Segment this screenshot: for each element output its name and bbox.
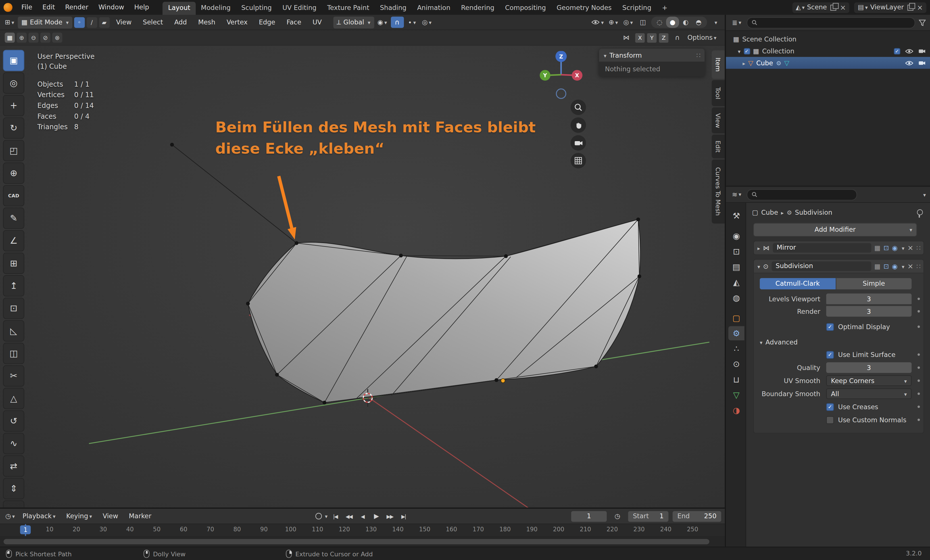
scene-selector[interactable]: ◭ Scene <box>792 2 850 13</box>
xray-toggle-button[interactable]: ◫ <box>636 17 649 28</box>
outliner-search-input[interactable] <box>747 17 915 28</box>
outliner-item-collection[interactable]: ▦ Collection <box>726 45 930 57</box>
properties-editor-type-button[interactable]: ≋ <box>730 189 743 200</box>
tool-inset-faces[interactable]: ⊡ <box>3 298 24 319</box>
select-subtract-icon[interactable]: ⊖ <box>28 33 38 43</box>
keying-set-dropdown[interactable] <box>323 512 328 520</box>
next-keyframe-button[interactable]: ▶▶ <box>384 511 396 521</box>
frame-end-field[interactable]: End250 <box>673 511 721 522</box>
tab-modeling[interactable]: Modeling <box>196 2 236 15</box>
timeline-ruler[interactable]: 1 10203040506070809010011012013014015016… <box>0 524 725 536</box>
tool-shear[interactable]: ▱ <box>3 500 24 508</box>
tool-annotate[interactable]: ✎ <box>3 208 24 229</box>
marker-menu[interactable]: Marker <box>124 511 156 522</box>
tool-add-cube[interactable]: ⊞ <box>3 252 24 274</box>
properties-tab-render[interactable]: ◉ <box>728 229 744 243</box>
realtime-toggle-icon[interactable]: ⊡ <box>884 262 889 270</box>
play-reverse-button[interactable]: ◀ <box>357 511 368 521</box>
properties-tab-physics[interactable]: ⊙ <box>728 357 744 371</box>
properties-tab-output[interactable]: ⊡ <box>728 244 744 258</box>
vertex-select-mode-button[interactable]: ◦ <box>74 17 85 28</box>
gizmo-negative-z-axis[interactable] <box>556 89 566 98</box>
disable-render-camera-icon[interactable] <box>918 48 926 54</box>
transform-panel-header[interactable]: Transform <box>599 49 705 62</box>
tab-layout[interactable]: Layout <box>163 2 196 15</box>
render-toggle-icon[interactable]: ◉ <box>892 244 898 252</box>
active-vertex[interactable] <box>501 378 505 383</box>
properties-tab-particles[interactable]: ∴ <box>728 342 744 356</box>
tool-spin[interactable]: ↺ <box>3 410 24 432</box>
mirror-x-button[interactable]: X <box>635 33 645 42</box>
menu-face[interactable]: Face <box>282 17 306 28</box>
show-visibility-button[interactable] <box>591 17 605 28</box>
tool-shrink-fatten[interactable]: ⇕ <box>3 478 24 499</box>
delete-modifier-icon[interactable] <box>908 262 913 270</box>
keying-menu[interactable]: Keying <box>62 511 97 522</box>
tool-select-box[interactable]: ▣ <box>3 50 24 71</box>
mirror-y-button[interactable]: Y <box>647 33 656 42</box>
tab-rendering[interactable]: Rendering <box>456 2 500 15</box>
transform-orientation-dropdown[interactable]: ⟂Global <box>333 16 374 28</box>
tool-bevel[interactable]: ◺ <box>3 320 24 342</box>
expand-icon[interactable] <box>738 47 740 55</box>
panel-drag-handle[interactable] <box>696 51 700 59</box>
rendered-shading-button[interactable]: ◓ <box>692 17 705 28</box>
sidebar-tab-edit[interactable]: Edit <box>712 135 725 158</box>
select-extend-icon[interactable]: ⊕ <box>17 33 26 43</box>
outliner-editor-type-button[interactable]: ≣ <box>730 17 743 28</box>
add-modifier-button[interactable]: Add Modifier <box>753 223 917 237</box>
sidebar-tab-curves-to-mesh[interactable]: Curves To Mesh <box>712 160 725 224</box>
catmull-clark-button[interactable]: Catmull-Clark <box>760 278 835 289</box>
disable-render-camera-icon[interactable] <box>918 60 926 66</box>
tool-transform[interactable]: ⊕ <box>3 162 24 184</box>
simple-button[interactable]: Simple <box>836 278 912 289</box>
render-levels-slider[interactable]: 3 <box>826 306 912 317</box>
properties-tab-scene[interactable]: ◭ <box>728 275 744 289</box>
animate-dot[interactable] <box>914 325 924 328</box>
show-gizmo-button[interactable]: ⊕ <box>607 17 620 28</box>
unlink-scene-icon[interactable] <box>840 3 846 11</box>
hide-viewport-eye-icon[interactable] <box>905 60 913 66</box>
outliner-item-cube[interactable]: ▽ Cube ⚙ ▽ <box>726 57 930 69</box>
tool-measure[interactable]: ∠ <box>3 230 24 251</box>
timeline-view-menu[interactable]: View <box>98 511 123 522</box>
collapse-icon[interactable] <box>757 262 760 270</box>
play-button[interactable]: ▶ <box>370 511 382 521</box>
edit-mode-toggle-icon[interactable]: ▦ <box>874 262 881 270</box>
pan-view-button[interactable] <box>571 117 586 132</box>
outliner-item-scene-collection[interactable]: ▦ Scene Collection <box>726 33 930 45</box>
breadcrumb-modifier[interactable]: Subdivision <box>795 208 833 216</box>
menu-add[interactable]: Add <box>169 17 192 28</box>
modifier-extras-button[interactable] <box>901 262 904 270</box>
proportional-editing-button[interactable]: ◎ <box>420 17 433 28</box>
properties-tab-material[interactable]: ◑ <box>728 403 744 417</box>
menu-help[interactable]: Help <box>129 2 154 13</box>
tab-uv-editing[interactable]: UV Editing <box>277 2 322 15</box>
show-overlays-button[interactable]: ◎ <box>622 17 634 28</box>
properties-tab-modifiers[interactable]: ⚙ <box>728 326 744 340</box>
menu-render[interactable]: Render <box>60 2 93 13</box>
properties-tab-tool[interactable]: ⚒ <box>728 209 744 223</box>
remove-viewlayer-icon[interactable] <box>917 3 923 11</box>
pivot-point-button[interactable]: ◉ <box>376 17 389 28</box>
menu-edge[interactable]: Edge <box>254 17 280 28</box>
select-intersect-icon[interactable]: ⊗ <box>52 33 62 43</box>
snap-toggle-magnet-icon[interactable]: ∩ <box>391 17 403 28</box>
tab-compositing[interactable]: Compositing <box>500 2 551 15</box>
current-frame-field[interactable]: 1 <box>571 511 607 522</box>
menu-edit[interactable]: Edit <box>37 2 60 13</box>
tool-cad-sketcher[interactable]: CAD <box>3 185 24 206</box>
use-creases-checkbox[interactable] <box>826 403 834 411</box>
tool-poly-build[interactable]: △ <box>3 388 24 409</box>
animate-dot[interactable] <box>914 298 924 300</box>
properties-tab-world[interactable]: ◍ <box>728 291 744 305</box>
expand-icon[interactable] <box>757 244 760 252</box>
options-dropdown[interactable]: Options <box>686 32 718 43</box>
jump-to-end-button[interactable]: ▶| <box>398 511 410 521</box>
tab-scripting[interactable]: Scripting <box>617 2 657 15</box>
properties-tab-constraints[interactable]: ⊔ <box>728 372 744 386</box>
expand-icon[interactable] <box>742 59 745 67</box>
animate-dot[interactable] <box>914 353 924 355</box>
animate-dot[interactable] <box>914 392 924 395</box>
breadcrumb-object[interactable]: Cube <box>761 208 778 216</box>
